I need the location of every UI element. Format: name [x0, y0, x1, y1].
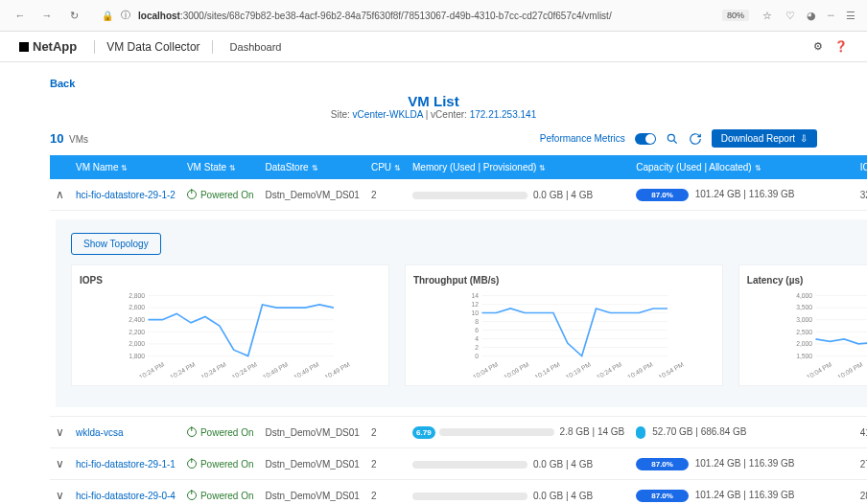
svg-text:14: 14: [471, 292, 479, 299]
help-icon[interactable]: ❓: [834, 40, 848, 53]
url-bar[interactable]: 🔒 ⓘ localhost:3000/sites/68c79b82-be38-4…: [92, 6, 713, 25]
capacity-cell: 87.0% 101.24 GB | 116.39 GB: [630, 480, 854, 505]
memory-cell: 0.0 GB | 4 GB: [407, 179, 630, 211]
vm-name-link[interactable]: hci-fio-datastore-29-1-1: [76, 459, 176, 470]
svg-text:13, 10:49 PM: 13, 10:49 PM: [283, 360, 320, 378]
svg-text:13, 10:49 PM: 13, 10:49 PM: [617, 360, 654, 378]
power-icon: [187, 190, 197, 199]
back-nav-icon[interactable]: ←: [12, 7, 29, 24]
tab-dashboard[interactable]: Dashboard: [230, 41, 282, 53]
capacity-cell: 87.0% 101.24 GB | 116.39 GB: [630, 448, 854, 480]
power-state: Powered On: [187, 427, 254, 438]
col-iops[interactable]: IOPS⇅: [855, 155, 867, 179]
iops-cell: 3234.7: [855, 179, 867, 211]
datastore-cell: Dstn_DemoVM_DS01: [260, 448, 365, 480]
svg-text:13, 10:24 PM: 13, 10:24 PM: [586, 360, 623, 378]
table-header: VM Name⇅ VM State⇅ DataStore⇅ CPU⇅ Memor…: [50, 155, 867, 179]
svg-text:4: 4: [475, 335, 479, 342]
svg-text:10: 10: [471, 309, 479, 316]
expand-toggle[interactable]: ∨: [50, 448, 70, 480]
site-line: Site: vCenter-WKLDA | vCenter: 172.21.25…: [50, 109, 817, 120]
svg-text:2,600: 2,600: [129, 304, 145, 310]
cpu-cell: 2: [365, 480, 407, 505]
show-topology-button[interactable]: Show Topology: [71, 233, 161, 255]
refresh-icon[interactable]: [689, 132, 702, 146]
sync-icon[interactable]: ♡: [785, 10, 795, 22]
cpu-cell: 2: [365, 179, 407, 211]
star-icon[interactable]: ☆: [759, 7, 776, 24]
menu-icon[interactable]: ☰: [846, 10, 855, 22]
vm-name-link[interactable]: hci-fio-datastore-29-0-4: [76, 491, 176, 501]
svg-text:13, 10:54 PM: 13, 10:54 PM: [647, 360, 685, 378]
main-content: Back VM List Site: vCenter-WKLDA | vCent…: [0, 62, 867, 504]
col-cpu[interactable]: CPU⇅: [365, 155, 407, 179]
cpu-cell: 2: [365, 448, 407, 480]
svg-text:13, 10:24 PM: 13, 10:24 PM: [222, 360, 259, 378]
expanded-panel: Show Topology Past 7 Days▾ Past 7 DaysPa…: [50, 211, 867, 417]
site-link[interactable]: vCenter-WKLDA: [353, 109, 423, 120]
svg-text:3,000: 3,000: [796, 316, 812, 323]
vm-table: VM Name⇅ VM State⇅ DataStore⇅ CPU⇅ Memor…: [50, 155, 867, 504]
col-cap[interactable]: Capacity (Used | Allocated)⇅: [630, 155, 854, 179]
col-state[interactable]: VM State⇅: [181, 155, 260, 179]
brand-logo-icon: [19, 42, 29, 52]
capacity-cell: 87.0% 101.24 GB | 116.39 GB: [630, 179, 854, 211]
browser-extras: ♡ ◕ ┈ ☰: [785, 10, 855, 22]
chart-throughput-mb-s-: Throughput (MB/s)0246810121413, 10:04 PM…: [405, 264, 723, 386]
svg-text:2,500: 2,500: [796, 329, 812, 335]
col-mem[interactable]: Memory (Used | Provisioned)⇅: [407, 155, 630, 179]
chart-latency-s-: Latency (µs)1,5002,0002,5003,0003,5004,0…: [738, 264, 867, 386]
svg-text:1,500: 1,500: [796, 353, 812, 359]
forward-nav-icon[interactable]: →: [38, 7, 56, 24]
ext-icon[interactable]: ◕: [807, 10, 816, 22]
power-icon: [187, 427, 197, 437]
download-icon: ⇩: [800, 133, 808, 144]
svg-text:1,800: 1,800: [129, 353, 145, 359]
search-icon[interactable]: [666, 132, 679, 146]
power-state: Powered On: [187, 190, 254, 200]
datastore-cell: Dstn_DemoVM_DS01: [260, 417, 365, 448]
datastore-cell: Dstn_DemoVM_DS01: [260, 179, 365, 211]
memory-cell: 0.0 GB | 4 GB: [407, 480, 630, 505]
gear-icon[interactable]: ⚙: [813, 40, 823, 53]
brand: NetApp: [19, 39, 77, 54]
svg-text:13, 10:24 PM: 13, 10:24 PM: [129, 360, 166, 378]
svg-text:13, 10:49 PM: 13, 10:49 PM: [252, 360, 290, 378]
info-icon: ⓘ: [121, 9, 130, 22]
svg-text:3,500: 3,500: [796, 304, 812, 310]
table-row: ∨ wklda-vcsa Powered On Dstn_DemoVM_DS01…: [50, 417, 867, 448]
download-report-button[interactable]: Download Report ⇩: [712, 129, 817, 148]
svg-point-0: [668, 134, 674, 141]
acct-icon[interactable]: ┈: [828, 10, 834, 22]
back-link[interactable]: Back: [50, 78, 817, 89]
svg-text:13, 10:49 PM: 13, 10:49 PM: [315, 360, 352, 378]
toolbar: 10 VMs Peformance Metrics Download Repor…: [50, 129, 817, 148]
vm-count: 10 VMs: [50, 131, 88, 146]
expand-toggle[interactable]: ∨: [50, 417, 70, 448]
product-name: VM Data Collector: [94, 40, 212, 54]
col-name[interactable]: VM Name⇅: [70, 155, 181, 179]
chart-iops: IOPS1,8002,0002,2002,4002,6002,80013, 10…: [71, 264, 389, 386]
cpu-cell: 2: [365, 417, 407, 448]
power-state: Powered On: [187, 459, 254, 470]
svg-text:12: 12: [471, 301, 479, 308]
svg-text:0: 0: [475, 353, 479, 359]
vm-name-link[interactable]: hci-fio-datastore-29-1-2: [76, 190, 176, 200]
reload-icon[interactable]: ↻: [65, 7, 82, 24]
url-host: localhost: [138, 11, 180, 21]
col-ds[interactable]: DataStore⇅: [260, 155, 365, 179]
vm-name-link[interactable]: wklda-vcsa: [76, 427, 123, 438]
expand-toggle[interactable]: ∧: [50, 179, 70, 211]
svg-text:13, 10:24 PM: 13, 10:24 PM: [159, 360, 197, 378]
vcenter-link[interactable]: 172.21.253.141: [470, 109, 537, 120]
perf-metrics-label: Peformance Metrics: [540, 133, 625, 144]
power-icon: [187, 459, 197, 469]
expand-toggle[interactable]: ∨: [50, 480, 70, 505]
zoom-badge[interactable]: 80%: [722, 10, 749, 21]
capacity-cell: 52.70 GB | 686.84 GB: [630, 417, 854, 448]
perf-toggle[interactable]: [635, 133, 656, 145]
svg-text:13, 10:09 PM: 13, 10:09 PM: [827, 360, 864, 378]
table-row: ∨ hci-fio-datastore-29-0-4 Powered On Ds…: [50, 480, 867, 505]
svg-text:13, 10:14 PM: 13, 10:14 PM: [524, 360, 561, 378]
memory-cell: 6.792.8 GB | 14 GB: [407, 417, 630, 448]
